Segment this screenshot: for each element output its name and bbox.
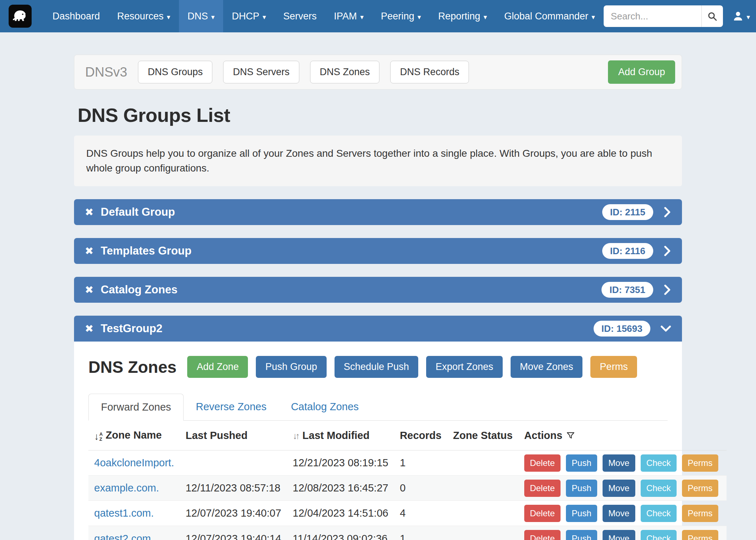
nav-item-resources[interactable]: Resources▾	[109, 0, 179, 32]
dns-servers-button[interactable]: DNS Servers	[223, 61, 299, 83]
move-button[interactable]: Move	[603, 530, 635, 540]
push-button[interactable]: Push	[566, 454, 597, 472]
search-group	[604, 5, 723, 27]
delete-button[interactable]: Delete	[524, 480, 561, 497]
col-label: Zone Status	[453, 430, 513, 441]
search-icon	[707, 11, 718, 22]
delete-button[interactable]: Delete	[524, 454, 561, 472]
last-pushed-value	[180, 450, 287, 476]
col-label: Actions	[524, 430, 562, 441]
filter-funnel-icon[interactable]	[566, 431, 575, 440]
group-bar-catalog-zones[interactable]: ✖ Catalog Zones ID: 7351	[74, 277, 682, 303]
sort-updown-icon[interactable]: ↓↑	[293, 431, 298, 441]
caret-down-icon: ▾	[418, 14, 421, 20]
nav-item-reporting[interactable]: Reporting▾	[430, 0, 496, 32]
col-zone-name[interactable]: ↓ AZ Zone Name	[88, 421, 180, 450]
group-id-badge: ID: 2116	[602, 243, 653, 259]
search-input[interactable]	[604, 5, 701, 27]
export-zones-button[interactable]: Export Zones	[426, 356, 503, 378]
testgroup2-panel: DNS Zones Add Zone Push Group Schedule P…	[74, 342, 682, 540]
remove-group-icon[interactable]: ✖	[85, 207, 93, 218]
brand-logo[interactable]	[9, 5, 32, 28]
perms-button[interactable]: Perms	[682, 505, 718, 522]
last-modified-value: 12/21/2023 08:19:15	[287, 450, 394, 476]
check-button[interactable]: Check	[641, 530, 677, 540]
remove-group-icon[interactable]: ✖	[85, 324, 93, 334]
zone-row: qatest1.com. 12/07/2023 19:40:07 12/04/2…	[88, 501, 727, 526]
nav-item-global-commander[interactable]: Global Commander▾	[495, 0, 604, 32]
move-zones-button[interactable]: Move Zones	[511, 356, 583, 378]
group-name: Catalog Zones	[101, 283, 178, 296]
col-last-modified[interactable]: ↓↑Last Modified	[287, 421, 394, 450]
user-menu[interactable]: ▾	[732, 10, 750, 22]
group-bar-templates-group[interactable]: ✖ Templates Group ID: 2116	[74, 238, 682, 264]
zones-table: ↓ AZ Zone Name Last Pushed ↓↑Last Modifi…	[88, 421, 727, 540]
navbar-right: ▾	[604, 0, 750, 32]
push-button[interactable]: Push	[566, 530, 597, 540]
tab-forward-zones[interactable]: Forward Zones	[88, 394, 184, 421]
dns-records-button[interactable]: DNS Records	[390, 61, 469, 83]
group-name: Templates Group	[101, 244, 192, 257]
add-zone-button[interactable]: Add Zone	[187, 356, 248, 378]
dns-groups-button[interactable]: DNS Groups	[138, 61, 212, 83]
nav-item-ipam[interactable]: IPAM▾	[325, 0, 372, 32]
zone-name-link[interactable]: qatest1.com.	[94, 507, 154, 519]
nav-item-dhcp[interactable]: DHCP▾	[223, 0, 275, 32]
col-label: Records	[400, 430, 442, 441]
group-name: Default Group	[101, 206, 175, 219]
col-records[interactable]: Records	[394, 421, 447, 450]
group-id-badge: ID: 7351	[601, 282, 653, 298]
schedule-push-button[interactable]: Schedule Push	[335, 356, 419, 378]
col-zone-status[interactable]: Zone Status	[447, 421, 518, 450]
col-last-pushed[interactable]: Last Pushed	[180, 421, 287, 450]
actions-cell: Delete Push Move Check Perms	[518, 526, 727, 540]
remove-group-icon[interactable]: ✖	[85, 246, 93, 256]
push-group-button[interactable]: Push Group	[256, 356, 326, 378]
caret-down-icon: ▾	[747, 14, 750, 20]
chevron-right-icon[interactable]	[663, 246, 671, 256]
zone-name-link[interactable]: example.com.	[94, 482, 159, 494]
perms-button[interactable]: Perms	[682, 530, 718, 540]
dnsv3-toolbar: DNSv3 DNS Groups DNS Servers DNS Zones D…	[74, 55, 682, 90]
nav-item-dashboard[interactable]: Dashboard	[44, 0, 109, 32]
group-bar-default-group[interactable]: ✖ Default Group ID: 2115	[74, 199, 682, 225]
delete-button[interactable]: Delete	[524, 505, 561, 522]
tab-reverse-zones[interactable]: Reverse Zones	[184, 394, 279, 420]
page-container: DNSv3 DNS Groups DNS Servers DNS Zones D…	[74, 55, 682, 540]
delete-button[interactable]: Delete	[524, 530, 561, 540]
zone-name-link[interactable]: qatest2.com.	[94, 533, 154, 540]
zone-status-value	[447, 501, 518, 526]
nav-item-peering[interactable]: Peering▾	[372, 0, 430, 32]
move-button[interactable]: Move	[603, 505, 635, 522]
nav-item-servers[interactable]: Servers	[275, 0, 325, 32]
check-button[interactable]: Check	[641, 480, 677, 497]
group-name: TestGroup2	[101, 322, 162, 335]
push-button[interactable]: Push	[566, 480, 597, 497]
zone-row: example.com. 12/11/2023 08:57:18 12/08/2…	[88, 476, 727, 501]
zone-name-link[interactable]: 4oakcloneImport.	[94, 457, 174, 468]
group-bar-testgroup2[interactable]: ✖ TestGroup2 ID: 15693	[74, 316, 682, 342]
perms-button[interactable]: Perms	[590, 356, 637, 378]
tab-catalog-zones[interactable]: Catalog Zones	[279, 394, 371, 420]
perms-button[interactable]: Perms	[682, 480, 718, 497]
nav-item-dns[interactable]: DNS▾	[179, 0, 223, 32]
actions-cell: Delete Push Move Check Perms	[518, 501, 727, 526]
check-button[interactable]: Check	[641, 454, 677, 472]
check-button[interactable]: Check	[641, 505, 677, 522]
chevron-right-icon[interactable]	[663, 207, 671, 218]
chevron-down-icon[interactable]	[660, 325, 671, 333]
zone-row: qatest2.com. 12/07/2023 19:40:14 11/14/2…	[88, 526, 727, 540]
chevron-right-icon[interactable]	[663, 284, 671, 295]
sort-alpha-down-icon[interactable]: ↓ AZ	[94, 432, 103, 441]
move-button[interactable]: Move	[603, 480, 635, 497]
search-button[interactable]	[701, 5, 723, 27]
records-value: 0	[394, 476, 447, 501]
move-button[interactable]: Move	[603, 454, 635, 472]
top-navbar: Dashboard Resources▾ DNS▾ DHCP▾ Servers …	[0, 0, 756, 32]
remove-group-icon[interactable]: ✖	[85, 285, 93, 295]
add-group-button[interactable]: Add Group	[608, 60, 675, 84]
perms-button[interactable]: Perms	[682, 454, 718, 472]
dns-zones-button[interactable]: DNS Zones	[310, 61, 380, 83]
push-button[interactable]: Push	[566, 505, 597, 522]
table-header-row: ↓ AZ Zone Name Last Pushed ↓↑Last Modifi…	[88, 421, 727, 450]
